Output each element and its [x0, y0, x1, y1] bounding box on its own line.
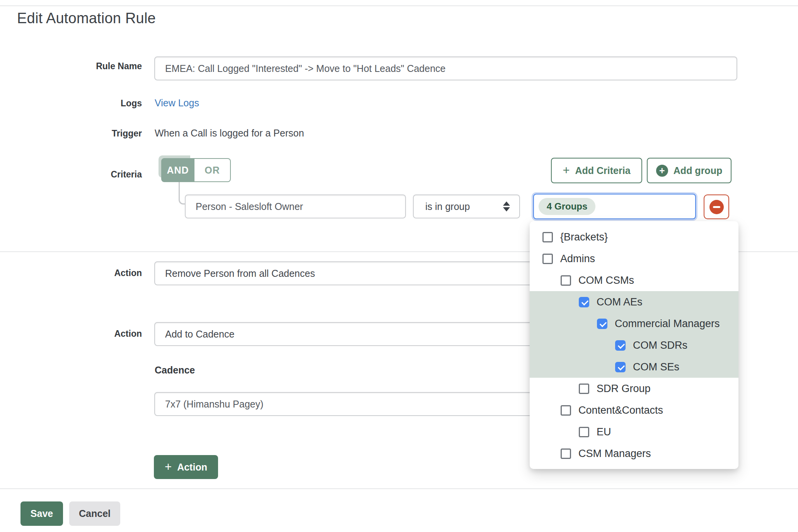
- add-action-button[interactable]: + Action: [154, 455, 218, 479]
- checkbox-unchecked-icon[interactable]: [561, 448, 571, 459]
- group-option-label: COM CSMs: [578, 275, 634, 286]
- group-option-label: Content&Contacts: [578, 404, 663, 416]
- criteria-operator-select[interactable]: is in group: [413, 194, 520, 218]
- and-toggle-button[interactable]: AND: [161, 158, 194, 182]
- action-2-label: Action: [0, 329, 142, 339]
- add-group-label: Add group: [674, 165, 722, 176]
- checkbox-unchecked-icon[interactable]: [561, 275, 571, 286]
- criteria-label: Criteria: [0, 169, 142, 180]
- add-group-button[interactable]: + Add group: [647, 158, 732, 183]
- cancel-button[interactable]: Cancel: [69, 501, 120, 526]
- group-option-csm-managers[interactable]: CSM Managers: [530, 443, 738, 464]
- rule-name-label: Rule Name: [0, 61, 142, 72]
- checkbox-unchecked-icon[interactable]: [579, 427, 589, 437]
- group-option-com-sdrs[interactable]: COM SDRs: [530, 334, 738, 356]
- groups-multiselect-field[interactable]: 4 Groups: [533, 194, 696, 219]
- trigger-value: When a Call is logged for a Person: [155, 128, 304, 139]
- group-option-label: COM SEs: [633, 361, 679, 373]
- criteria-connector-line: [179, 182, 185, 205]
- view-logs-link[interactable]: View Logs: [155, 97, 199, 109]
- plus-icon: +: [165, 461, 172, 473]
- save-button[interactable]: Save: [20, 501, 63, 526]
- criteria-operator-value: is in group: [425, 201, 503, 212]
- group-option-label: EU: [597, 426, 611, 438]
- logs-label: Logs: [0, 98, 142, 109]
- group-option-label: CSM Managers: [578, 448, 651, 460]
- checkbox-checked-icon[interactable]: [579, 297, 589, 307]
- edit-automation-rule-page: Edit Automation Rule Rule Name Logs View…: [0, 0, 798, 532]
- checkbox-unchecked-icon[interactable]: [561, 405, 571, 416]
- group-option-com-csms[interactable]: COM CSMs: [530, 269, 738, 291]
- group-option-label: COM SDRs: [633, 339, 687, 351]
- group-option-label: Admins: [560, 253, 595, 265]
- checkbox-checked-icon[interactable]: [597, 319, 607, 329]
- group-option-com-ses[interactable]: COM SEs: [530, 356, 738, 378]
- footer-divider: [0, 488, 798, 489]
- top-divider: [0, 5, 798, 6]
- plus-icon: +: [563, 164, 570, 176]
- group-dropdown-panel: {Brackets}AdminsCOM CSMsCOM AEsCommercia…: [530, 221, 738, 469]
- add-action-label: Action: [177, 462, 207, 473]
- trigger-label: Trigger: [0, 128, 142, 139]
- group-option-label: COM AEs: [597, 296, 643, 308]
- group-option-admins[interactable]: Admins: [530, 248, 738, 269]
- groups-count-pill: 4 Groups: [539, 198, 595, 215]
- add-criteria-button[interactable]: + Add Criteria: [551, 158, 642, 183]
- group-option-content-contacts[interactable]: Content&Contacts: [530, 399, 738, 421]
- or-toggle-button[interactable]: OR: [194, 158, 231, 182]
- minus-circle-icon: [709, 200, 724, 214]
- group-option-label: SDR Group: [597, 383, 651, 395]
- group-option-eu[interactable]: EU: [530, 421, 738, 443]
- cadence-label: Cadence: [155, 365, 195, 376]
- remove-criteria-button[interactable]: [704, 194, 729, 219]
- select-arrows-icon: [503, 201, 510, 211]
- action-1-label: Action: [0, 268, 142, 278]
- checkbox-unchecked-icon[interactable]: [579, 384, 589, 394]
- group-option-commercial-managers[interactable]: Commercial Managers: [530, 313, 738, 334]
- group-option-label: Commercial Managers: [615, 318, 720, 330]
- criteria-field-input[interactable]: [185, 194, 406, 218]
- rule-name-input[interactable]: [154, 56, 737, 80]
- checkbox-unchecked-icon[interactable]: [542, 254, 553, 264]
- group-option-label: {Brackets}: [560, 231, 608, 243]
- and-or-toggle: AND OR: [161, 158, 231, 182]
- group-option-brackets[interactable]: {Brackets}: [530, 226, 738, 248]
- checkbox-checked-icon[interactable]: [615, 362, 626, 372]
- group-option-sdr-group[interactable]: SDR Group: [530, 378, 738, 399]
- checkbox-unchecked-icon[interactable]: [542, 232, 553, 242]
- checkbox-checked-icon[interactable]: [615, 340, 626, 351]
- group-option-com-aes[interactable]: COM AEs: [530, 291, 738, 313]
- page-title: Edit Automation Rule: [17, 10, 156, 27]
- add-criteria-label: Add Criteria: [575, 165, 631, 176]
- circle-plus-icon: +: [656, 165, 668, 177]
